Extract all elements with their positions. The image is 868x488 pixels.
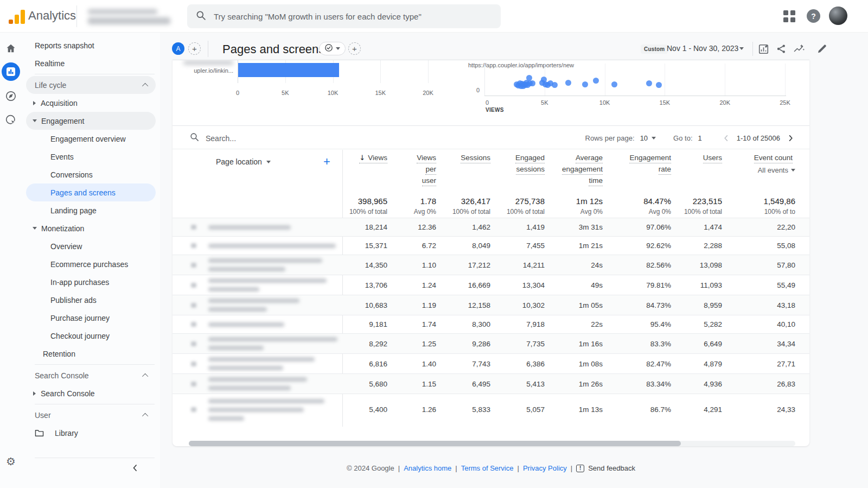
column-header-line[interactable]: Views bbox=[417, 154, 436, 163]
column-header-engaged-sessions[interactable]: Engagedsessions bbox=[490, 154, 545, 188]
add-dimension-icon[interactable]: + bbox=[323, 155, 330, 169]
sidebar-item-label: Realtime bbox=[35, 59, 65, 68]
sidebar-item-life-cycle[interactable]: Life cycle bbox=[26, 76, 156, 94]
column-header-views[interactable]: ↓Views bbox=[342, 154, 387, 188]
help-icon[interactable]: ? bbox=[807, 9, 820, 23]
column-header-line[interactable]: ↓Views bbox=[359, 154, 387, 163]
sidebar-item-in-app-purchases[interactable]: In-app purchases bbox=[26, 273, 156, 291]
column-header-line[interactable]: Engagement bbox=[629, 154, 671, 163]
redacted-blur bbox=[208, 366, 283, 370]
horizontal-scrollbar-thumb[interactable] bbox=[189, 441, 681, 446]
sidebar-item-conversions[interactable]: Conversions bbox=[26, 166, 156, 183]
analytics-logo-icon bbox=[9, 9, 25, 24]
totals-cell: 1,549,86100% of to bbox=[722, 197, 795, 216]
chevron-down-icon[interactable] bbox=[739, 47, 744, 50]
column-header-line[interactable]: rate bbox=[659, 165, 671, 175]
column-header-line[interactable]: per bbox=[425, 165, 436, 175]
user-avatar[interactable] bbox=[829, 7, 847, 25]
go-to-page-input[interactable]: 1 bbox=[698, 134, 702, 142]
google-apps-grid-icon[interactable] bbox=[783, 10, 796, 23]
table-row: 6,8161.407,7436,3861m 08s82.47%4,87927,7… bbox=[173, 353, 809, 373]
footer-link-privacy-policy[interactable]: Privacy Policy bbox=[523, 464, 567, 472]
sidebar-item-library[interactable]: Library bbox=[26, 424, 156, 442]
sidebar-item-acquisition[interactable]: Acquisition bbox=[26, 94, 156, 112]
column-header-line[interactable]: time bbox=[589, 176, 603, 186]
share-icon[interactable] bbox=[775, 42, 788, 55]
column-header-line[interactable]: user bbox=[422, 176, 436, 186]
column-header-engagement-rate[interactable]: Engagementrate bbox=[603, 154, 671, 188]
global-search[interactable] bbox=[187, 4, 501, 28]
page-title: Pages and screens bbox=[222, 42, 324, 56]
sidebar-item-search-console[interactable]: Search Console bbox=[26, 384, 156, 402]
column-header-line[interactable]: sessions bbox=[516, 165, 545, 175]
column-header-users[interactable]: Users bbox=[671, 154, 722, 188]
search-input[interactable] bbox=[214, 12, 485, 21]
row-metrics: 5,6801.156,4955,4131m 26s83.34%4,93626,8… bbox=[342, 380, 795, 388]
sidebar-item-engagement[interactable]: Engagement bbox=[26, 112, 156, 130]
sidebar-item-reports-snapshot[interactable]: Reports snapshot bbox=[26, 36, 156, 54]
explore-icon[interactable] bbox=[4, 90, 17, 103]
sidebar-item-ecommerce-purchases[interactable]: Ecommerce purchases bbox=[26, 255, 156, 273]
report-collection-avatar[interactable]: A bbox=[172, 42, 184, 55]
column-header-average-engagement-time[interactable]: Averageengagementtime bbox=[545, 154, 603, 188]
event-count-filter[interactable]: All events bbox=[758, 166, 795, 174]
sidebar-item-monetization[interactable]: Monetization bbox=[26, 219, 156, 237]
add-collection-icon[interactable]: + bbox=[188, 42, 201, 55]
redacted-blur bbox=[208, 225, 291, 230]
next-page-icon[interactable] bbox=[786, 133, 795, 143]
bar-segment[interactable] bbox=[238, 63, 339, 77]
send-feedback-link[interactable]: Send feedback bbox=[588, 464, 635, 472]
column-header-line[interactable]: Engaged bbox=[515, 154, 545, 163]
column-header-views-per-user[interactable]: Viewsperuser bbox=[387, 154, 436, 188]
sidebar-item-engagement-overview[interactable]: Engagement overview bbox=[26, 130, 156, 148]
totals-subtext: 100% of to bbox=[764, 208, 795, 216]
previous-page-icon[interactable] bbox=[722, 133, 731, 143]
edit-pencil-icon[interactable] bbox=[815, 42, 828, 55]
insights-icon[interactable] bbox=[793, 42, 806, 55]
column-header-line[interactable]: Average bbox=[576, 154, 603, 163]
sidebar-item-realtime[interactable]: Realtime bbox=[26, 54, 156, 72]
triangle-down-icon bbox=[33, 119, 37, 122]
sidebar-item-publisher-ads[interactable]: Publisher ads bbox=[26, 291, 156, 309]
table-search-input[interactable] bbox=[206, 134, 314, 143]
redacted-blur bbox=[208, 377, 307, 382]
sidebar-item-checkout-journey[interactable]: Checkout journey bbox=[26, 327, 156, 345]
sidebar-item-label: Events bbox=[50, 153, 74, 161]
column-header-line[interactable]: Event count bbox=[754, 154, 793, 163]
add-report-tab-icon[interactable]: + bbox=[348, 42, 361, 55]
column-header-sessions[interactable]: Sessions bbox=[436, 154, 490, 188]
customize-report-icon[interactable] bbox=[757, 42, 770, 55]
sidebar-item-retention[interactable]: Retention bbox=[26, 345, 156, 363]
advertising-icon[interactable] bbox=[4, 113, 17, 126]
metric-value: 11,093 bbox=[671, 281, 722, 289]
property-name-redacted[interactable] bbox=[88, 17, 170, 24]
footer-link-analytics-home[interactable]: Analytics home bbox=[404, 464, 451, 472]
sidebar-item-user[interactable]: User bbox=[26, 406, 156, 424]
row-metrics: 15,3716.728,0497,4551m 21s92.62%2,28855,… bbox=[342, 242, 795, 250]
report-saved-state-pill[interactable] bbox=[319, 42, 346, 55]
column-header-event-count[interactable]: Event countAll events bbox=[722, 154, 795, 188]
redacted-blur bbox=[208, 408, 304, 412]
sidebar-item-label: Pages and screens bbox=[50, 188, 116, 197]
sidebar-item-landing-page[interactable]: Landing page bbox=[26, 201, 156, 219]
reports-icon[interactable] bbox=[2, 62, 20, 81]
home-icon[interactable] bbox=[4, 42, 17, 55]
scatter-point bbox=[611, 81, 617, 87]
date-range-selector[interactable]: Nov 1 - Nov 30, 2023 bbox=[667, 44, 738, 53]
column-header-line[interactable]: Users bbox=[703, 154, 722, 163]
dimension-header-page-location[interactable]: Page location bbox=[216, 157, 271, 166]
totals-cell: 223,515100% of total bbox=[671, 197, 722, 216]
column-header-line[interactable]: Sessions bbox=[461, 154, 490, 163]
sidebar-item-overview[interactable]: Overview bbox=[26, 237, 156, 255]
settings-gear-icon[interactable]: ⚙ bbox=[4, 455, 17, 468]
collapse-sidebar-icon[interactable] bbox=[129, 461, 142, 474]
column-header-line[interactable]: engagement bbox=[562, 165, 603, 175]
sidebar-item-events[interactable]: Events bbox=[26, 148, 156, 166]
rows-per-page-select[interactable]: 10 bbox=[640, 134, 656, 142]
account-name-redacted[interactable] bbox=[88, 9, 157, 14]
totals-cell: 275,738100% of total bbox=[490, 197, 545, 216]
sidebar-item-purchase-journey[interactable]: Purchase journey bbox=[26, 309, 156, 327]
sidebar-item-pages-and-screens[interactable]: Pages and screens bbox=[26, 183, 156, 201]
footer-link-terms-of-service[interactable]: Terms of Service bbox=[461, 464, 514, 472]
sidebar-item-search-console[interactable]: Search Console bbox=[26, 366, 156, 384]
